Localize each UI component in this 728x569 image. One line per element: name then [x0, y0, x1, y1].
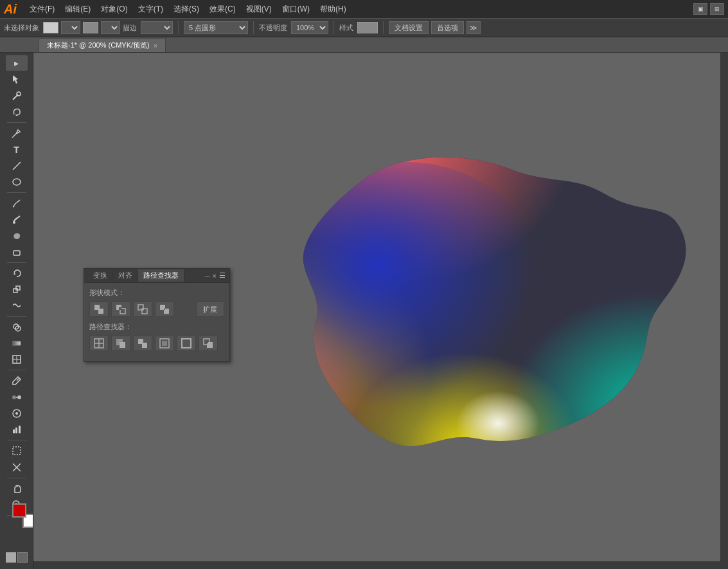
- pathfinder-minus-back-btn[interactable]: [199, 336, 218, 351]
- tool-separator-5: [7, 370, 26, 370]
- horizontal-scrollbar[interactable]: [33, 561, 728, 569]
- stroke-color-box[interactable]: [83, 22, 98, 33]
- menu-window[interactable]: 窗口(W): [277, 3, 315, 16]
- tool-warp[interactable]: [6, 298, 28, 313]
- svg-rect-13: [13, 341, 21, 345]
- svg-rect-45: [164, 309, 165, 310]
- tool-rotate[interactable]: [6, 266, 28, 281]
- tool-eyedropper[interactable]: [6, 373, 28, 388]
- menu-edit[interactable]: 编辑(E): [60, 3, 96, 16]
- separator-3: [333, 21, 334, 34]
- shape-mode-unite-btn[interactable]: [89, 302, 109, 317]
- style-box[interactable]: [357, 22, 378, 33]
- tool-direct-select[interactable]: [6, 71, 28, 87]
- svg-rect-55: [182, 339, 191, 348]
- screen-mode-icon[interactable]: [17, 552, 28, 563]
- tool-blob-brush[interactable]: [6, 228, 28, 243]
- opacity-select[interactable]: 100%: [291, 21, 328, 34]
- tool-symbol[interactable]: [6, 406, 28, 421]
- svg-rect-10: [16, 286, 20, 290]
- tool-separator-4: [7, 316, 26, 317]
- tool-artboard[interactable]: [6, 443, 28, 458]
- fill-select[interactable]: [61, 21, 80, 34]
- panel-tab-transform[interactable]: 变换: [88, 269, 113, 282]
- tool-eraser[interactable]: [6, 244, 28, 260]
- menu-file[interactable]: 文件(F): [24, 3, 60, 16]
- menu-type[interactable]: 文字(T): [133, 3, 168, 16]
- pathfinder-trim-btn[interactable]: [111, 336, 130, 351]
- tool-gradient[interactable]: [6, 336, 28, 351]
- options-bar: 未选择对象 描边 5 点圆形 不透明度 100% 样式 文档设置 首选项 ≫: [0, 18, 728, 37]
- shape-mode-exclude-btn[interactable]: [155, 302, 174, 317]
- stroke-select[interactable]: [101, 21, 120, 34]
- preferences-button[interactable]: 首选项: [431, 21, 464, 34]
- pathfinder-divide-btn[interactable]: [89, 336, 109, 351]
- panel-tab-pathfinder[interactable]: 路径查找器: [138, 269, 184, 282]
- svg-point-6: [13, 221, 15, 224]
- tool-scale[interactable]: [6, 282, 28, 297]
- shape-mode-intersect-btn[interactable]: [133, 302, 152, 317]
- tool-slice[interactable]: [6, 459, 28, 474]
- tool-paintbrush[interactable]: [6, 212, 28, 227]
- ai-logo: Ai: [4, 2, 17, 17]
- svg-point-67: [406, 336, 573, 464]
- separator-1: [178, 21, 179, 34]
- tool-lasso[interactable]: [6, 104, 28, 120]
- blob-svg: [233, 143, 702, 483]
- tool-type[interactable]: T: [6, 141, 28, 157]
- menu-effect[interactable]: 效果(C): [204, 3, 241, 16]
- menu-select[interactable]: 选择(S): [168, 3, 204, 16]
- tab-close-icon[interactable]: ×: [154, 42, 157, 50]
- svg-line-5: [13, 206, 14, 207]
- tool-line[interactable]: [6, 158, 28, 173]
- stroke-weight-select[interactable]: [141, 21, 173, 34]
- panel-minimize-icon[interactable]: ─: [205, 272, 210, 280]
- foreground-color-swatch[interactable]: [12, 503, 26, 518]
- menubar: Ai 文件(F) 编辑(E) 对象(O) 文字(T) 选择(S) 效果(C) 视…: [0, 0, 728, 18]
- svg-rect-36: [94, 309, 98, 310]
- tool-pen[interactable]: [6, 125, 28, 141]
- tool-chart[interactable]: [6, 422, 28, 437]
- shape-mode-minus-front-btn[interactable]: [111, 302, 130, 317]
- normal-mode-icon[interactable]: [6, 552, 16, 563]
- workspace-icon[interactable]: ⊞: [710, 3, 724, 15]
- separator-4: [383, 21, 384, 34]
- panel-close-icon[interactable]: ×: [213, 272, 217, 280]
- panel-tab-align[interactable]: 对齐: [113, 269, 138, 282]
- tool-ellipse[interactable]: [6, 174, 28, 190]
- vertical-scrollbar[interactable]: [720, 53, 728, 561]
- tool-pencil[interactable]: [6, 195, 28, 211]
- fill-color-box[interactable]: [43, 22, 58, 33]
- tool-select[interactable]: ▸: [6, 55, 28, 71]
- tool-blend[interactable]: [6, 389, 28, 404]
- svg-line-17: [17, 378, 19, 381]
- document-tab[interactable]: 未标题-1* @ 200% (CMYK/预览) ×: [39, 38, 166, 52]
- tool-hand[interactable]: [6, 481, 28, 496]
- svg-rect-39: [119, 307, 121, 310]
- opacity-label: 不透明度: [259, 23, 287, 33]
- tool-shape-builder[interactable]: [6, 320, 28, 335]
- panel-controls: ─ × ☰: [205, 271, 226, 280]
- pathfinder-outline-btn[interactable]: [177, 336, 196, 351]
- doc-settings-button[interactable]: 文档设置: [389, 21, 429, 34]
- menu-object[interactable]: 对象(O): [96, 3, 132, 16]
- tool-separator-3: [7, 262, 26, 263]
- style-label: 样式: [339, 23, 353, 33]
- color-swatches[interactable]: [12, 503, 34, 528]
- svg-line-2: [12, 136, 13, 138]
- panel-menu-icon[interactable]: ☰: [219, 271, 226, 280]
- extra-options-button[interactable]: ≫: [466, 21, 481, 34]
- left-toolbar: ▸ T: [0, 53, 33, 569]
- tool-magic-wand[interactable]: [6, 88, 28, 104]
- tool-mesh[interactable]: [6, 352, 28, 367]
- pathfinders-row: [89, 336, 224, 351]
- pathfinder-crop-btn[interactable]: [155, 336, 174, 351]
- brush-select[interactable]: 5 点圆形: [184, 21, 248, 34]
- expand-button[interactable]: 扩展: [196, 302, 224, 317]
- shape-modes-label: 形状模式：: [89, 288, 224, 298]
- arrange-windows-icon[interactable]: ▣: [693, 3, 707, 15]
- menu-view[interactable]: 视图(V): [241, 3, 277, 16]
- menu-help[interactable]: 帮助(H): [315, 3, 351, 16]
- tab-bar: 未标题-1* @ 200% (CMYK/预览) ×: [0, 37, 728, 53]
- pathfinder-merge-btn[interactable]: [133, 336, 152, 351]
